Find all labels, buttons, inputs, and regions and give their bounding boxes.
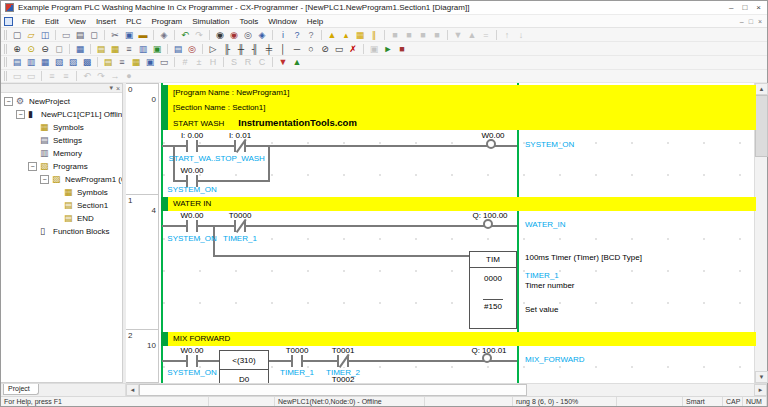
mdi-minimize-button[interactable]: – bbox=[740, 18, 744, 25]
compare-instruction-box[interactable]: <(310) D0 bbox=[219, 350, 269, 383]
new-or-contact-icon[interactable]: ╢ bbox=[249, 43, 262, 55]
output-coil[interactable] bbox=[486, 139, 496, 149]
new-closed-coil-icon[interactable]: ⊘ bbox=[319, 43, 332, 55]
auto-online-icon[interactable]: ▴ bbox=[340, 29, 353, 41]
expand-toggle[interactable]: − bbox=[4, 97, 13, 106]
about-icon[interactable]: i bbox=[277, 29, 290, 41]
device-type-change-icon[interactable]: ▭ bbox=[60, 29, 73, 41]
timer-instruction-box[interactable]: TIM 0000 #150 bbox=[469, 251, 517, 329]
tab-project[interactable]: Project bbox=[3, 384, 39, 395]
menu-simulation[interactable]: Simulation bbox=[187, 16, 234, 27]
symbol-table-icon[interactable]: ▦ bbox=[109, 43, 122, 55]
new-closed-contact-icon[interactable]: ╫ bbox=[235, 43, 248, 55]
program1-node[interactable]: −▨NewProgram1 (00) bbox=[1, 173, 122, 186]
close-button[interactable]: × bbox=[756, 3, 761, 12]
scroll-right-button[interactable]: ► bbox=[754, 384, 767, 396]
function-blocks-node[interactable]: ▯Function Blocks bbox=[1, 225, 122, 238]
settings-node[interactable]: ▤Settings bbox=[1, 134, 122, 147]
menu-window[interactable]: Window bbox=[263, 16, 301, 27]
show-monitor-window-icon[interactable]: ▩ bbox=[81, 56, 94, 68]
toolbar-grip[interactable] bbox=[4, 57, 7, 67]
rung-margin[interactable]: 2 10 bbox=[126, 329, 159, 383]
new-icon[interactable]: ▢ bbox=[11, 29, 24, 41]
contact-nc[interactable] bbox=[337, 355, 349, 367]
end-node[interactable]: ▤END bbox=[1, 212, 122, 225]
transfer-program-icon[interactable]: ▼ bbox=[277, 56, 290, 68]
show-watch-window-icon[interactable]: ▦ bbox=[39, 56, 52, 68]
expand-toggle[interactable]: − bbox=[28, 162, 37, 171]
show-project-workspace-icon[interactable]: ▤ bbox=[11, 56, 24, 68]
mnemonic-view-icon[interactable]: ≡ bbox=[123, 43, 136, 55]
zoom-fit-icon[interactable]: ◻ bbox=[53, 43, 66, 55]
verify-program-icon[interactable]: ▲ bbox=[291, 56, 304, 68]
menu-plc[interactable]: PLC bbox=[121, 16, 147, 27]
new-or-closed-contact-icon[interactable]: ╪ bbox=[263, 43, 276, 55]
plc-node[interactable]: −▮NewPLC1[CP1L] Offline bbox=[1, 108, 122, 121]
horizontal-scrollbar[interactable]: ◄ ► bbox=[126, 384, 767, 396]
show-local-symbols-icon[interactable]: ▨ bbox=[67, 56, 80, 68]
maximize-button[interactable]: □ bbox=[742, 3, 747, 12]
cut-icon[interactable]: ✂ bbox=[109, 29, 122, 41]
horizontal-scroll-thumb[interactable] bbox=[139, 384, 527, 396]
scroll-up-button[interactable]: ▲ bbox=[755, 83, 768, 95]
contact-no[interactable] bbox=[186, 140, 198, 152]
menu-program[interactable]: Program bbox=[146, 16, 187, 27]
io-comment-icon[interactable]: ▥ bbox=[137, 43, 150, 55]
cross-reference-icon[interactable]: ◎ bbox=[186, 43, 199, 55]
symbols-node[interactable]: ▦Symbols bbox=[1, 121, 122, 134]
menu-edit[interactable]: Edit bbox=[40, 16, 64, 27]
help-icon[interactable]: ? bbox=[291, 29, 304, 41]
menu-insert[interactable]: Insert bbox=[91, 16, 121, 27]
mdi-restore-button[interactable]: □ bbox=[749, 18, 753, 25]
view-mnemonics-icon[interactable]: ≡ bbox=[116, 56, 129, 68]
properties-icon[interactable]: ▭ bbox=[158, 56, 171, 68]
paste-icon[interactable]: ▬ bbox=[137, 29, 150, 41]
workspace-close-button[interactable]: × bbox=[116, 85, 120, 92]
contact-no[interactable] bbox=[291, 355, 303, 367]
context-help-icon[interactable]: ? bbox=[305, 29, 318, 41]
zoom-custom-icon[interactable]: ⊙ bbox=[25, 43, 38, 55]
rung-comment-icon[interactable]: ▣ bbox=[151, 43, 164, 55]
contact-no[interactable] bbox=[186, 355, 198, 367]
simulator-run-icon[interactable]: ► bbox=[382, 43, 395, 55]
watch-window-icon[interactable]: ▤ bbox=[172, 43, 185, 55]
delete-tool-icon[interactable]: ✗ bbox=[347, 43, 360, 55]
contact-nc[interactable] bbox=[234, 140, 246, 152]
section1-node[interactable]: ▤Section1 bbox=[1, 199, 122, 212]
expand-toggle[interactable]: − bbox=[40, 175, 49, 184]
change-all-icon[interactable]: ◎ bbox=[242, 29, 255, 41]
rung-margin[interactable]: 1 4 bbox=[126, 194, 159, 330]
new-contact-icon[interactable]: ╟ bbox=[221, 43, 234, 55]
menu-help[interactable]: Help bbox=[302, 16, 328, 27]
mdi-close-button[interactable]: × bbox=[758, 18, 762, 25]
find-icon[interactable]: ◉ bbox=[214, 29, 227, 41]
monitor-icon[interactable]: ▦ bbox=[354, 29, 367, 41]
grid-icon[interactable]: ▦ bbox=[74, 43, 87, 55]
new-coil-icon[interactable]: ○ bbox=[305, 43, 318, 55]
memory-node[interactable]: ▥Memory bbox=[1, 147, 122, 160]
program-symbols-node[interactable]: ▦Symbols bbox=[1, 186, 122, 199]
rung-margin[interactable]: 0 0 bbox=[126, 83, 159, 195]
rung-comment-block[interactable]: MIX FORWARD bbox=[168, 332, 756, 346]
toolbar-grip[interactable] bbox=[4, 44, 7, 54]
ladder-editor[interactable]: 0 0 1 4 2 10 [Program Name : NewProgram1… bbox=[126, 83, 756, 383]
show-cross-reference-icon[interactable]: ▧ bbox=[53, 56, 66, 68]
save-icon[interactable]: ◫ bbox=[39, 29, 52, 41]
overview-icon[interactable]: ▤ bbox=[95, 43, 108, 55]
new-horizontal-icon[interactable]: ─ bbox=[291, 43, 304, 55]
toolbar-grip[interactable] bbox=[4, 30, 7, 40]
new-instruction-icon[interactable]: ▭ bbox=[333, 43, 346, 55]
work-online-icon[interactable]: ▲ bbox=[326, 29, 339, 41]
view-section-list-icon[interactable]: ▣ bbox=[144, 56, 157, 68]
scroll-left-button[interactable]: ◄ bbox=[126, 384, 139, 396]
toolbar-grip[interactable] bbox=[4, 71, 7, 81]
contact-nc[interactable] bbox=[234, 220, 246, 232]
rung-comment-block[interactable]: WATER IN bbox=[168, 197, 756, 211]
copy-icon[interactable]: ▣ bbox=[123, 29, 136, 41]
output-coil[interactable] bbox=[483, 219, 493, 229]
contact-no[interactable] bbox=[186, 220, 198, 232]
menu-view[interactable]: View bbox=[64, 16, 91, 27]
scroll-down-button[interactable]: ▼ bbox=[755, 371, 768, 383]
undo-icon[interactable]: ↶ bbox=[179, 29, 192, 41]
address-reference-icon[interactable]: ◈ bbox=[256, 29, 269, 41]
